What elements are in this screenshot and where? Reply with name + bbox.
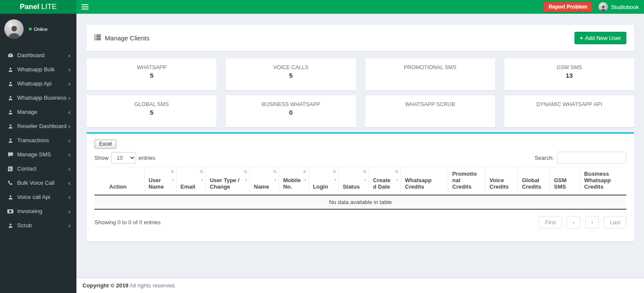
brand-logo[interactable]: Panel LITE [0,0,76,14]
column-header-label: Promotional Credits [452,171,477,190]
table-info-text: Showing 0 to 0 of 0 entries [94,219,161,226]
money-icon [6,209,14,214]
sidebar-menu: Dashboard‹Whatsapp Bulk‹Whatsapp Api‹Wha… [0,48,76,232]
sidebar-item-whatsapp-api[interactable]: Whatsapp Api‹ [0,76,76,91]
column-header-mobile-no[interactable]: Mobile No.⇅▴▾ [279,167,309,195]
entries-label: entries [139,155,155,161]
chevron-left-icon: ‹ [68,222,70,229]
show-label: Show [94,155,109,161]
add-new-user-button[interactable]: +Add New User [574,32,626,44]
sort-carets-icon: ▴▾ [201,178,203,181]
stat-label: GLOBAL SMS [87,101,216,107]
stat-card-gsm-sms: GSM SMS13 [504,58,634,90]
sidebar-item-manage-sms[interactable]: Manage SMS‹ [0,147,76,162]
stat-label: VOICE CALLS [226,64,355,70]
column-header-action: Action [94,167,144,195]
pagination-first-button[interactable]: First [539,216,562,229]
user-menu[interactable]: Studiobook [598,2,639,12]
column-header-email[interactable]: Email⇅▴▾ [176,167,206,195]
sidebar-item-voice-call-api[interactable]: Voice call Api‹ [0,190,76,204]
online-status-label: Online [34,27,48,32]
brand-light: LITE [39,3,57,11]
column-header-label: Action [109,183,126,190]
column-header-business-whatsapp-credits: Business Whatsapp Credits [580,167,626,195]
sidebar-item-invoiceing[interactable]: Invoiceing‹ [0,204,76,218]
phone-square-icon [6,166,14,171]
sidebar-item-dashboard[interactable]: Dashboard‹ [0,48,76,62]
empty-message: No data available in table [94,195,626,209]
chevron-left-icon: ‹ [68,208,70,214]
column-header-user-name[interactable]: User Name⇅▴▾ [144,167,176,195]
column-header-login[interactable]: Login⇅▴▾ [309,167,338,195]
page-length-select[interactable]: 10 [111,152,136,164]
user-icon [6,138,14,143]
sidebar-item-bulk-voice-call[interactable]: Bulk Voice Call‹ [0,176,76,190]
sidebar-item-whatsapp-bulk[interactable]: Whatsapp Bulk‹ [0,62,76,76]
page-header-card: Manage Clients +Add New User [87,25,634,51]
stat-label: DYNAMIC WHATSAPP API [504,101,634,107]
sidebar-user-panel: Online [0,14,76,45]
footer-rights: All rights reserved. [130,282,176,289]
stat-value [365,109,495,116]
excel-export-button[interactable]: Excel [94,140,116,149]
chevron-left-icon: ‹ [68,80,70,87]
pagination-last-button[interactable]: Last [604,216,626,229]
sort-carets-icon: ▴▾ [304,178,306,181]
column-header-label: Whatsapp Credits [405,177,431,190]
sidebar-item-label: Invoiceing [17,208,68,214]
search-input[interactable] [557,152,626,164]
hamburger-menu-icon[interactable] [82,3,88,11]
sidebar-item-scrub[interactable]: Scrub‹ [0,218,76,232]
footer-copyright: Copyright © 2019 [82,282,128,289]
stat-value: 5 [87,109,216,116]
stat-card-promotional-sms: PROMOTIONAL SMS [365,58,495,90]
report-problem-button[interactable]: Report Problem [544,2,592,12]
phone-icon [6,180,14,186]
search-control: Search: [535,152,626,164]
stat-value: 5 [226,72,355,79]
stat-value: 13 [504,72,634,79]
pagination-prev-button[interactable]: ‹ [567,216,580,229]
chevron-left-icon: ‹ [68,109,70,115]
user-avatar [598,2,608,12]
user-icon [6,195,14,200]
sidebar-item-whatsapp-business[interactable]: Whatsapp Business‹ [0,91,76,105]
sort-icon: ⇅ [244,169,247,174]
column-header-label: Email [180,183,195,190]
sidebar-item-label: Whatsapp Business [17,95,68,101]
sidebar-item-contact[interactable]: Contact‹ [0,162,76,176]
sidebar-item-label: Whatsapp Api [17,80,68,87]
column-header-label: Created Date [373,177,390,190]
sidebar-item-label: Manage [17,109,68,115]
sidebar-item-label: Transactions [17,137,68,143]
column-header-label: Login [313,183,328,190]
column-header-label: Mobile No. [283,177,301,190]
sort-carets-icon: ▴▾ [334,178,336,181]
chevron-left-icon: ‹ [68,137,70,143]
chevron-left-icon: ‹ [68,123,70,129]
navbar-bar: Report Problem Studiobook [76,0,644,14]
stat-card-global-sms: GLOBAL SMS5 [87,95,216,127]
sidebar-item-label: Scrub [17,222,68,229]
column-header-user-type-change[interactable]: User Type / Change⇅▴▾ [206,167,250,195]
column-header-created-date[interactable]: Created Date⇅▴▾ [369,167,401,195]
chevron-left-icon: ‹ [68,66,70,73]
sidebar-item-label: Manage SMS [17,151,68,158]
sidebar-item-label: Whatsapp Bulk [17,66,68,73]
column-header-label: Voice Credits [489,177,509,190]
stat-card-dynamic-whatsapp-api: DYNAMIC WHATSAPP API [504,95,634,127]
column-header-status[interactable]: Status⇅▴▾ [339,167,369,195]
column-header-label: Business Whatsapp Credits [584,171,611,190]
sort-carets-icon: ▴▾ [275,178,276,181]
user-icon [6,124,14,129]
sidebar-item-reseller-dashboard[interactable]: Reseller Dashboard‹ [0,119,76,133]
sort-icon: ⇅ [170,169,174,174]
clients-table-card: Excel Show 10 entries Search: [87,132,634,241]
chevron-left-icon: ‹ [68,165,70,172]
sidebar-item-transactions[interactable]: Transactions‹ [0,133,76,147]
pagination-next-button[interactable]: › [585,216,599,229]
column-header-name[interactable]: Name⇅▴▾ [250,167,279,195]
chevron-left-icon: ‹ [68,95,70,101]
sort-icon: ⇅ [303,169,306,174]
sidebar-item-manage[interactable]: Manage‹ [0,105,76,119]
